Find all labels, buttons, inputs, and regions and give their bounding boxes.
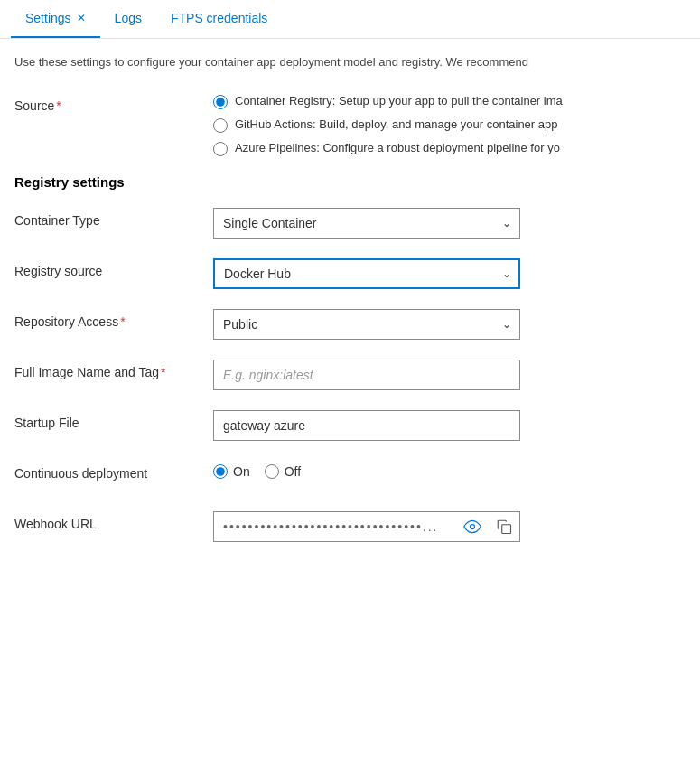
startup-file-input[interactable] bbox=[213, 410, 520, 441]
main-content: Use these settings to configure your con… bbox=[0, 39, 700, 576]
repository-access-select[interactable]: Public Private bbox=[213, 309, 520, 340]
registry-source-select-wrapper: Docker Hub Azure Container Registry Priv… bbox=[213, 258, 520, 289]
cd-off-radio[interactable] bbox=[265, 464, 279, 479]
tab-bar: Settings ✕ Logs FTPS credentials bbox=[0, 0, 700, 39]
registry-settings-header: Registry settings bbox=[14, 174, 686, 190]
page-description: Use these settings to configure your con… bbox=[14, 53, 686, 71]
tab-settings-close-icon[interactable]: ✕ bbox=[77, 12, 86, 24]
cd-off-option[interactable]: Off bbox=[265, 464, 301, 479]
tab-settings-label: Settings bbox=[25, 11, 71, 25]
registry-source-row: Registry source Docker Hub Azure Contain… bbox=[14, 258, 686, 291]
svg-point-0 bbox=[471, 525, 475, 529]
webhook-url-container: ••••••••••••••••••••••••••••••••... bbox=[213, 511, 520, 542]
webhook-copy-icon[interactable] bbox=[489, 519, 519, 535]
tab-logs-label: Logs bbox=[115, 11, 142, 25]
webhook-url-row: Webhook URL ••••••••••••••••••••••••••••… bbox=[14, 511, 686, 544]
registry-source-select[interactable]: Docker Hub Azure Container Registry Priv… bbox=[213, 258, 520, 289]
startup-file-label: Startup File bbox=[14, 410, 213, 430]
webhook-url-control: ••••••••••••••••••••••••••••••••... bbox=[213, 511, 686, 542]
source-option-container-registry-label: Container Registry: Setup up your app to… bbox=[235, 93, 563, 109]
svg-rect-1 bbox=[502, 525, 511, 534]
source-required: * bbox=[56, 98, 61, 113]
cd-off-label: Off bbox=[285, 464, 301, 479]
tab-ftps-label: FTPS credentials bbox=[171, 11, 267, 25]
full-image-label: Full Image Name and Tag* bbox=[14, 360, 213, 379]
source-radio-github-actions[interactable] bbox=[213, 118, 228, 133]
full-image-input[interactable] bbox=[213, 360, 520, 390]
full-image-required: * bbox=[161, 365, 165, 379]
cd-on-radio[interactable] bbox=[213, 464, 228, 479]
repository-access-row: Repository Access* Public Private ⌄ bbox=[14, 309, 686, 341]
startup-file-control bbox=[213, 410, 686, 441]
source-option-azure-pipelines-label: Azure Pipelines: Configure a robust depl… bbox=[235, 140, 560, 156]
repository-access-select-wrapper: Public Private ⌄ bbox=[213, 309, 520, 340]
full-image-row: Full Image Name and Tag* bbox=[14, 360, 686, 392]
source-radio-container-registry[interactable] bbox=[213, 95, 228, 109]
repository-access-control: Public Private ⌄ bbox=[213, 309, 686, 340]
container-type-select[interactable]: Single Container Docker Compose bbox=[213, 208, 520, 239]
source-radio-group: Container Registry: Setup up your app to… bbox=[213, 93, 686, 157]
continuous-deployment-control: On Off bbox=[213, 461, 686, 479]
cd-on-option[interactable]: On bbox=[213, 464, 250, 479]
startup-file-row: Startup File bbox=[14, 410, 686, 443]
container-type-row: Container Type Single Container Docker C… bbox=[14, 208, 686, 240]
webhook-show-icon[interactable] bbox=[456, 518, 489, 536]
source-option-azure-pipelines[interactable]: Azure Pipelines: Configure a robust depl… bbox=[213, 140, 686, 156]
full-image-control bbox=[213, 360, 686, 390]
webhook-url-label: Webhook URL bbox=[14, 511, 213, 531]
source-label: Source* bbox=[14, 93, 213, 113]
source-option-github-actions-label: GitHub Actions: Build, deploy, and manag… bbox=[235, 117, 557, 133]
container-type-control: Single Container Docker Compose ⌄ bbox=[213, 208, 686, 239]
webhook-url-value: ••••••••••••••••••••••••••••••••... bbox=[214, 514, 456, 539]
tab-ftps[interactable]: FTPS credentials bbox=[156, 0, 282, 38]
source-option-container-registry[interactable]: Container Registry: Setup up your app to… bbox=[213, 93, 686, 109]
registry-source-control: Docker Hub Azure Container Registry Priv… bbox=[213, 258, 686, 289]
container-type-select-wrapper: Single Container Docker Compose ⌄ bbox=[213, 208, 520, 239]
source-option-github-actions[interactable]: GitHub Actions: Build, deploy, and manag… bbox=[213, 117, 686, 133]
container-type-label: Container Type bbox=[14, 208, 213, 228]
source-radio-azure-pipelines[interactable] bbox=[213, 142, 228, 156]
continuous-deployment-row: Continuous deployment On Off bbox=[14, 461, 686, 493]
repository-access-required: * bbox=[120, 314, 125, 329]
tab-logs[interactable]: Logs bbox=[100, 0, 156, 38]
continuous-deployment-label: Continuous deployment bbox=[14, 461, 213, 481]
source-row: Source* Container Registry: Setup up you… bbox=[14, 93, 686, 157]
repository-access-label: Repository Access* bbox=[14, 309, 213, 329]
registry-source-label: Registry source bbox=[14, 258, 213, 278]
tab-settings[interactable]: Settings ✕ bbox=[11, 0, 100, 38]
cd-on-label: On bbox=[233, 464, 250, 479]
